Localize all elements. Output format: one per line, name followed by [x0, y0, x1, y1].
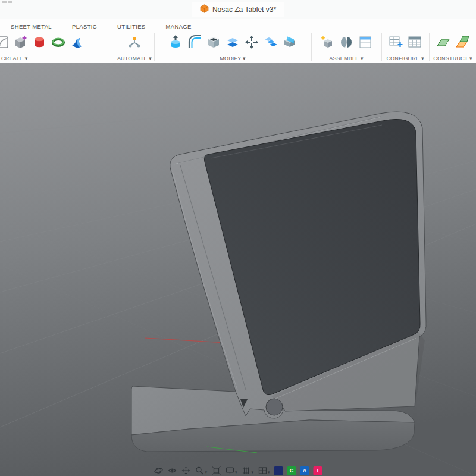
move-copy-icon[interactable]: [243, 33, 260, 51]
fusion-360-window: Nosac Za Tablet v3* SHEET METALPLASTICUT…: [0, 0, 476, 476]
ribbon-group-label-automate[interactable]: AUTOMATE ▾: [115, 55, 154, 61]
ribbon-group-divider: [115, 33, 115, 61]
ribbon-group-construct: CONSTRUCT ▾: [430, 31, 476, 62]
viewport-3d[interactable]: ▾▾▾▾CAT: [0, 63, 476, 476]
viewports-icon[interactable]: ▾: [258, 466, 270, 475]
ribbon-group-label-modify[interactable]: MODIFY ▾: [155, 55, 311, 61]
ribbon-group-assemble: ASSEMBLE ▾: [312, 31, 381, 62]
chevron-down-icon: ▾: [205, 469, 207, 475]
addon-tile-t[interactable]: T: [314, 466, 322, 475]
ribbon-group-label-construct[interactable]: CONSTRUCT ▾: [430, 55, 476, 61]
chevron-down-icon: ▾: [235, 469, 237, 475]
ribbon-group-label-assemble[interactable]: ASSEMBLE ▾: [312, 55, 381, 61]
grid-snaps-icon[interactable]: ▾: [242, 466, 254, 475]
ribbon-tab-strip: SHEET METALPLASTICUTILITIESMANAGE: [0, 19, 476, 31]
addon-tile-0[interactable]: [274, 466, 283, 475]
offset-face-icon[interactable]: [224, 33, 241, 51]
ribbon-group-configure: CONFIGURE ▾: [382, 31, 428, 62]
addon-tile-a[interactable]: A: [300, 466, 309, 475]
chevron-down-icon: ▾: [268, 469, 270, 475]
ribbon-group-label-configure[interactable]: CONFIGURE ▾: [382, 55, 428, 61]
fit-icon[interactable]: [211, 466, 221, 475]
ribbon-group-modify: MODIFY ▾: [155, 31, 311, 62]
ribbon-groups: CREATE ▾AUTOMATE ▾MODIFY ▾ASSEMBLE ▾CONF…: [0, 31, 476, 63]
ribbon-group-divider: [429, 33, 430, 61]
plane-offset-icon[interactable]: [435, 33, 452, 51]
ribbon-group-label-create[interactable]: CREATE ▾: [0, 55, 114, 61]
joint-icon[interactable]: [338, 33, 355, 51]
configuration-table-icon[interactable]: [406, 33, 423, 51]
ribbon-toolbar: SHEET METALPLASTICUTILITIESMANAGE CREATE…: [0, 19, 476, 64]
fillet-icon[interactable]: [186, 33, 203, 51]
revolve-icon[interactable]: [31, 33, 48, 51]
configuration-plus-icon[interactable]: [387, 33, 404, 51]
fusion-document-cube-icon: [200, 4, 209, 15]
display-settings-icon[interactable]: ▾: [225, 466, 237, 475]
create-form-icon[interactable]: [12, 33, 29, 51]
addon-tile-c[interactable]: C: [287, 466, 296, 475]
zoom-icon[interactable]: ▾: [195, 466, 207, 475]
ribbon-group-divider: [381, 33, 382, 61]
document-title: Nosac Za Tablet v3*: [212, 5, 276, 14]
sweep-icon[interactable]: [69, 33, 86, 51]
split-body-icon[interactable]: [281, 33, 298, 51]
ribbon-tab-sheet-metal[interactable]: SHEET METAL: [11, 23, 52, 30]
ribbon-group-divider: [311, 33, 312, 61]
document-tab[interactable]: Nosac Za Tablet v3*: [192, 2, 284, 17]
plane-angle-icon[interactable]: [454, 33, 471, 51]
press-pull-icon[interactable]: [167, 33, 184, 51]
view-navigation-bar: ▾▾▾▾CAT: [154, 466, 322, 475]
app-titlebar: Nosac Za Tablet v3*: [0, 0, 476, 20]
pattern-icon[interactable]: [262, 33, 279, 51]
ribbon-group-divider: [154, 33, 155, 61]
look-at-icon[interactable]: [167, 466, 177, 475]
pan-icon[interactable]: [181, 466, 190, 475]
sketch-clipped-icon[interactable]: [0, 33, 10, 51]
clipped-ui-fragment: [2, 1, 12, 3]
ribbon-tab-manage[interactable]: MANAGE: [166, 23, 192, 30]
ribbon-tab-utilities[interactable]: UTILITIES: [117, 23, 146, 30]
shell-icon[interactable]: [205, 33, 222, 51]
ribbon-tab-plastic[interactable]: PLASTIC: [72, 23, 97, 30]
cable-groove: [266, 399, 283, 415]
scene-canvas: [0, 63, 476, 476]
new-component-icon[interactable]: [319, 33, 336, 51]
chevron-down-icon: ▾: [252, 469, 254, 475]
coil-icon[interactable]: [50, 33, 67, 51]
bom-table-icon[interactable]: [357, 33, 374, 51]
ribbon-group-create: CREATE ▾: [0, 31, 114, 62]
automate-script-icon[interactable]: [126, 33, 143, 51]
orbit-icon[interactable]: [154, 466, 163, 475]
ribbon-group-automate: AUTOMATE ▾: [115, 31, 154, 62]
